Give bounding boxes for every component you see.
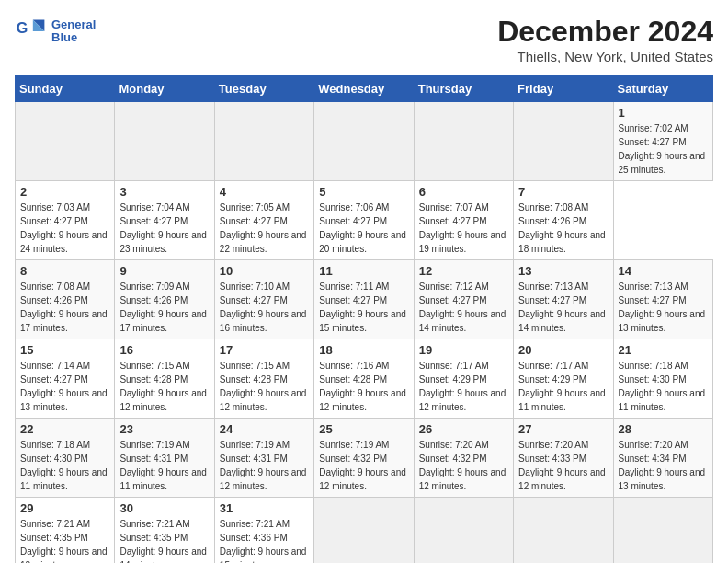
header-wednesday: Wednesday [314,76,414,102]
day-info: Sunrise: 7:16 AMSunset: 4:28 PMDaylight:… [319,361,406,412]
calendar-day-cell: 31 Sunrise: 7:21 AMSunset: 4:36 PMDaylig… [214,498,313,564]
day-number: 16 [119,343,209,357]
calendar-day-cell: 17 Sunrise: 7:15 AMSunset: 4:28 PMDaylig… [214,339,313,419]
title-area: December 2024 Thiells, New York, United … [497,15,713,64]
calendar-day-cell: 14 Sunrise: 7:13 AMSunset: 4:27 PMDaylig… [613,260,712,339]
day-info: Sunrise: 7:08 AMSunset: 4:26 PMDaylight:… [518,202,606,254]
day-info: Sunrise: 7:20 AMSunset: 4:34 PMDaylight:… [619,440,706,491]
day-info: Sunrise: 7:14 AMSunset: 4:27 PMDaylight:… [20,361,108,412]
calendar-day-cell: 25 Sunrise: 7:19 AMSunset: 4:32 PMDaylig… [314,419,414,498]
day-info: Sunrise: 7:20 AMSunset: 4:33 PMDaylight:… [518,440,606,491]
day-info: Sunrise: 7:02 AMSunset: 4:27 PMDaylight:… [619,123,706,175]
day-info: Sunrise: 7:03 AMSunset: 4:27 PMDaylight:… [20,202,108,254]
calendar-day-cell [314,498,414,564]
calendar-day-cell [514,102,613,181]
day-info: Sunrise: 7:21 AMSunset: 4:35 PMDaylight:… [119,519,207,563]
calendar-day-cell [214,102,313,181]
day-info: Sunrise: 7:17 AMSunset: 4:29 PMDaylight:… [518,361,606,412]
day-info: Sunrise: 7:18 AMSunset: 4:30 PMDaylight:… [20,440,108,491]
day-number: 10 [220,264,309,278]
calendar-week-row: 29 Sunrise: 7:21 AMSunset: 4:35 PMDaylig… [16,498,713,564]
svg-text:G: G [17,19,28,36]
day-number: 26 [419,422,508,436]
calendar-day-cell [414,102,513,181]
day-number: 14 [619,264,708,278]
day-info: Sunrise: 7:11 AMSunset: 4:27 PMDaylight:… [319,282,406,333]
calendar-day-cell: 29 Sunrise: 7:21 AMSunset: 4:35 PMDaylig… [16,498,115,564]
day-number: 4 [220,185,309,199]
day-number: 12 [419,264,508,278]
calendar-day-cell: 28 Sunrise: 7:20 AMSunset: 4:34 PMDaylig… [613,419,712,498]
day-info: Sunrise: 7:06 AMSunset: 4:27 PMDaylight:… [319,202,406,254]
calendar-day-cell: 13 Sunrise: 7:13 AMSunset: 4:27 PMDaylig… [514,260,613,339]
header-sunday: Sunday [16,76,115,102]
header-thursday: Thursday [414,76,513,102]
calendar-day-cell: 6 Sunrise: 7:07 AMSunset: 4:27 PMDayligh… [414,181,513,260]
calendar-day-cell: 3 Sunrise: 7:04 AMSunset: 4:27 PMDayligh… [115,181,214,260]
calendar-week-row: 2 Sunrise: 7:03 AMSunset: 4:27 PMDayligh… [16,181,713,260]
day-number: 27 [518,422,608,436]
calendar-day-cell: 5 Sunrise: 7:06 AMSunset: 4:27 PMDayligh… [314,181,414,260]
calendar-day-cell: 7 Sunrise: 7:08 AMSunset: 4:26 PMDayligh… [514,181,613,260]
calendar-week-row: 8 Sunrise: 7:08 AMSunset: 4:26 PMDayligh… [16,260,713,339]
day-number: 20 [518,343,608,357]
calendar-day-cell: 8 Sunrise: 7:08 AMSunset: 4:26 PMDayligh… [16,260,115,339]
calendar-day-cell [16,102,115,181]
day-info: Sunrise: 7:19 AMSunset: 4:32 PMDaylight:… [319,440,406,491]
calendar-day-cell: 19 Sunrise: 7:17 AMSunset: 4:29 PMDaylig… [414,339,513,419]
day-number: 28 [619,422,708,436]
day-number: 30 [119,501,209,515]
day-number: 1 [619,106,708,120]
logo-line2: Blue [51,31,96,44]
calendar-day-cell: 26 Sunrise: 7:20 AMSunset: 4:32 PMDaylig… [414,419,513,498]
day-info: Sunrise: 7:13 AMSunset: 4:27 PMDaylight:… [619,282,706,333]
day-info: Sunrise: 7:21 AMSunset: 4:36 PMDaylight:… [220,519,307,563]
day-info: Sunrise: 7:09 AMSunset: 4:26 PMDaylight:… [119,282,207,333]
calendar-day-cell: 23 Sunrise: 7:19 AMSunset: 4:31 PMDaylig… [115,419,214,498]
day-info: Sunrise: 7:05 AMSunset: 4:27 PMDaylight:… [220,202,307,254]
day-info: Sunrise: 7:18 AMSunset: 4:30 PMDaylight:… [619,361,706,412]
calendar-day-cell: 18 Sunrise: 7:16 AMSunset: 4:28 PMDaylig… [314,339,414,419]
header-monday: Monday [115,76,214,102]
calendar-day-cell: 12 Sunrise: 7:12 AMSunset: 4:27 PMDaylig… [414,260,513,339]
calendar-day-cell: 15 Sunrise: 7:14 AMSunset: 4:27 PMDaylig… [16,339,115,419]
day-info: Sunrise: 7:21 AMSunset: 4:35 PMDaylight:… [20,519,108,563]
day-number: 2 [20,185,109,199]
calendar-day-cell: 10 Sunrise: 7:10 AMSunset: 4:27 PMDaylig… [214,260,313,339]
header-tuesday: Tuesday [214,76,313,102]
calendar-day-cell: 4 Sunrise: 7:05 AMSunset: 4:27 PMDayligh… [214,181,313,260]
calendar-day-cell: 1 Sunrise: 7:02 AMSunset: 4:27 PMDayligh… [613,102,712,181]
calendar-table: Sunday Monday Tuesday Wednesday Thursday… [15,75,713,563]
day-info: Sunrise: 7:07 AMSunset: 4:27 PMDaylight:… [419,202,506,254]
calendar-week-row: 15 Sunrise: 7:14 AMSunset: 4:27 PMDaylig… [16,339,713,419]
day-info: Sunrise: 7:04 AMSunset: 4:27 PMDaylight:… [119,202,207,254]
day-info: Sunrise: 7:10 AMSunset: 4:27 PMDaylight:… [220,282,307,333]
day-number: 18 [319,343,408,357]
header-friday: Friday [514,76,613,102]
day-number: 9 [119,264,209,278]
day-number: 21 [619,343,708,357]
day-number: 5 [319,185,408,199]
day-number: 25 [319,422,408,436]
day-number: 24 [220,422,309,436]
day-number: 13 [518,264,608,278]
calendar-day-cell: 2 Sunrise: 7:03 AMSunset: 4:27 PMDayligh… [16,181,115,260]
calendar-week-row: 1 Sunrise: 7:02 AMSunset: 4:27 PMDayligh… [16,102,713,181]
calendar-header-row: Sunday Monday Tuesday Wednesday Thursday… [16,76,713,102]
calendar-day-cell: 9 Sunrise: 7:09 AMSunset: 4:26 PMDayligh… [115,260,214,339]
day-number: 17 [220,343,309,357]
calendar-day-cell [514,498,613,564]
calendar-day-cell: 11 Sunrise: 7:11 AMSunset: 4:27 PMDaylig… [314,260,414,339]
month-title: December 2024 [497,15,713,49]
calendar-day-cell [314,102,414,181]
calendar-day-cell: 24 Sunrise: 7:19 AMSunset: 4:31 PMDaylig… [214,419,313,498]
day-info: Sunrise: 7:19 AMSunset: 4:31 PMDaylight:… [119,440,207,491]
calendar-day-cell [414,498,513,564]
calendar-day-cell: 22 Sunrise: 7:18 AMSunset: 4:30 PMDaylig… [16,419,115,498]
day-number: 19 [419,343,508,357]
day-info: Sunrise: 7:12 AMSunset: 4:27 PMDaylight:… [419,282,506,333]
day-info: Sunrise: 7:08 AMSunset: 4:26 PMDaylight:… [20,282,108,333]
calendar-day-cell [613,498,712,564]
location-title: Thiells, New York, United States [497,49,713,64]
day-number: 6 [419,185,508,199]
